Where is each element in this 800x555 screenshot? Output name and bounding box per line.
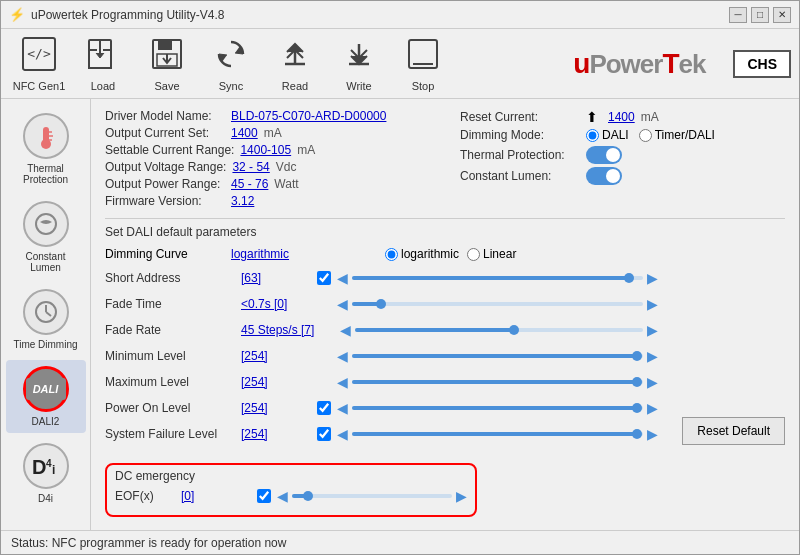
max-level-thumb[interactable]: [632, 377, 642, 387]
eof-left-arrow[interactable]: ◀: [277, 488, 288, 504]
min-level-right-arrow[interactable]: ▶: [647, 348, 658, 364]
toolbar-nfc-gen1[interactable]: </> NFC Gen1: [9, 34, 69, 94]
thermal-protection-row: Thermal Protection:: [460, 146, 785, 164]
power-on-thumb[interactable]: [632, 403, 642, 413]
dali-radio[interactable]: [586, 129, 599, 142]
sidebar-item-constant[interactable]: Constant Lumen: [6, 195, 86, 279]
thermal-protection-toggle[interactable]: [586, 146, 622, 164]
power-on-left-arrow[interactable]: ◀: [337, 400, 348, 416]
toolbar-stop[interactable]: Stop: [393, 34, 453, 94]
timer-dali-radio-label[interactable]: Timer/DALI: [639, 128, 715, 142]
max-level-value: [254]: [241, 375, 311, 389]
reset-current-value: 1400: [608, 110, 635, 124]
sys-failure-left-arrow[interactable]: ◀: [337, 426, 348, 442]
log-radio[interactable]: [385, 248, 398, 261]
linear-radio[interactable]: [467, 248, 480, 261]
sys-failure-slider[interactable]: [352, 432, 643, 436]
toolbar: </> NFC Gen1 Load: [1, 29, 799, 99]
min-level-fill: [352, 354, 637, 358]
reset-default-button[interactable]: Reset Default: [682, 417, 785, 445]
settable-range-value: 1400-105: [240, 143, 291, 157]
device-info-row1: Driver Model Name: BLD-075-C070-ARD-D000…: [105, 109, 785, 208]
max-level-slider[interactable]: [352, 380, 643, 384]
fade-time-slider-container: ◀ ▶: [337, 296, 658, 312]
linear-radio-label[interactable]: Linear: [467, 247, 516, 261]
short-address-left-arrow[interactable]: ◀: [337, 270, 348, 286]
minimize-button[interactable]: ─: [729, 7, 747, 23]
toolbar-load-label: Load: [91, 80, 115, 92]
power-on-level-checkbox[interactable]: [317, 401, 331, 415]
title-bar: ⚡ uPowertek Programming Utility-V4.8 ─ □…: [1, 1, 799, 29]
reset-current-spinner[interactable]: ⬆: [586, 109, 598, 125]
sidebar-item-dali2[interactable]: DALI DALI2: [6, 360, 86, 433]
title-bar-left: ⚡ uPowertek Programming Utility-V4.8: [9, 7, 224, 22]
firmware-value: 3.12: [231, 194, 254, 208]
params-rows: Short Address [63] ◀ ▶: [105, 267, 658, 449]
short-address-label: Short Address: [105, 271, 235, 285]
sys-failure-thumb[interactable]: [632, 429, 642, 439]
toolbar-write-label: Write: [346, 80, 371, 92]
timer-dali-radio[interactable]: [639, 129, 652, 142]
eof-thumb[interactable]: [303, 491, 313, 501]
fade-rate-fill: [355, 328, 513, 332]
sidebar-item-thermal[interactable]: Thermal Protection: [6, 107, 86, 191]
short-address-right-arrow[interactable]: ▶: [647, 270, 658, 286]
short-address-row: Short Address [63] ◀ ▶: [105, 267, 658, 289]
output-current-value: 1400: [231, 126, 258, 140]
status-bar: Status: NFC programmer is ready for oper…: [1, 530, 799, 554]
min-level-slider[interactable]: [352, 354, 643, 358]
maximize-button[interactable]: □: [751, 7, 769, 23]
eof-right-arrow[interactable]: ▶: [456, 488, 467, 504]
fade-time-slider[interactable]: [352, 302, 643, 306]
dimming-mode-row: Dimming Mode: DALI Timer/DALI: [460, 128, 785, 142]
max-level-left-arrow[interactable]: ◀: [337, 374, 348, 390]
eof-slider[interactable]: [292, 494, 452, 498]
fade-time-thumb[interactable]: [376, 299, 386, 309]
toolbar-read[interactable]: Read: [265, 34, 325, 94]
toolbar-sync-label: Sync: [219, 80, 243, 92]
voltage-range-row: Output Voltage Range: 32 - 54 Vdc: [105, 160, 430, 174]
min-level-row: Minimum Level [254] ◀ ▶: [105, 345, 658, 367]
eof-checkbox[interactable]: [257, 489, 271, 503]
sys-failure-value: [254]: [241, 427, 311, 441]
power-range-value: 45 - 76: [231, 177, 268, 191]
fade-rate-right-arrow[interactable]: ▶: [647, 322, 658, 338]
toolbar-stop-label: Stop: [412, 80, 435, 92]
sys-failure-checkbox[interactable]: [317, 427, 331, 441]
fade-rate-row: Fade Rate 45 Steps/s [7] ◀ ▶: [105, 319, 658, 341]
short-address-checkbox[interactable]: [317, 271, 331, 285]
dali-radio-label[interactable]: DALI: [586, 128, 629, 142]
max-level-right-arrow[interactable]: ▶: [647, 374, 658, 390]
constant-lumen-label: Constant Lumen:: [460, 169, 580, 183]
min-level-thumb[interactable]: [632, 351, 642, 361]
fade-rate-slider-container: ◀ ▶: [340, 322, 658, 338]
dali-section-title: Set DALI default parameters: [105, 225, 785, 239]
close-button[interactable]: ✕: [773, 7, 791, 23]
status-message: NFC programmer is ready for operation no…: [52, 536, 287, 550]
dimming-mode-radio-group: DALI Timer/DALI: [586, 128, 715, 142]
power-on-level-label: Power On Level: [105, 401, 235, 415]
power-on-right-arrow[interactable]: ▶: [647, 400, 658, 416]
sidebar-item-d4i[interactable]: D 4 i D4i: [6, 437, 86, 510]
sidebar-item-time-dimming[interactable]: Time Dimming: [6, 283, 86, 356]
fade-time-right-arrow[interactable]: ▶: [647, 296, 658, 312]
constant-lumen-toggle[interactable]: [586, 167, 622, 185]
load-icon: [85, 36, 121, 77]
short-address-slider[interactable]: [352, 276, 643, 280]
min-level-left-arrow[interactable]: ◀: [337, 348, 348, 364]
power-on-slider[interactable]: [352, 406, 643, 410]
fade-rate-slider[interactable]: [355, 328, 643, 332]
chs-button[interactable]: CHS: [733, 50, 791, 78]
sys-failure-right-arrow[interactable]: ▶: [647, 426, 658, 442]
log-radio-label[interactable]: logarithmic: [385, 247, 459, 261]
toolbar-load[interactable]: Load: [73, 34, 133, 94]
toolbar-save[interactable]: Save: [137, 34, 197, 94]
fade-rate-left-arrow[interactable]: ◀: [340, 322, 351, 338]
short-address-thumb[interactable]: [624, 273, 634, 283]
driver-model-label: Driver Model Name:: [105, 109, 225, 123]
toolbar-sync[interactable]: Sync: [201, 34, 261, 94]
fade-time-left-arrow[interactable]: ◀: [337, 296, 348, 312]
fade-rate-thumb[interactable]: [509, 325, 519, 335]
toolbar-write[interactable]: Write: [329, 34, 389, 94]
max-level-slider-container: ◀ ▶: [337, 374, 658, 390]
